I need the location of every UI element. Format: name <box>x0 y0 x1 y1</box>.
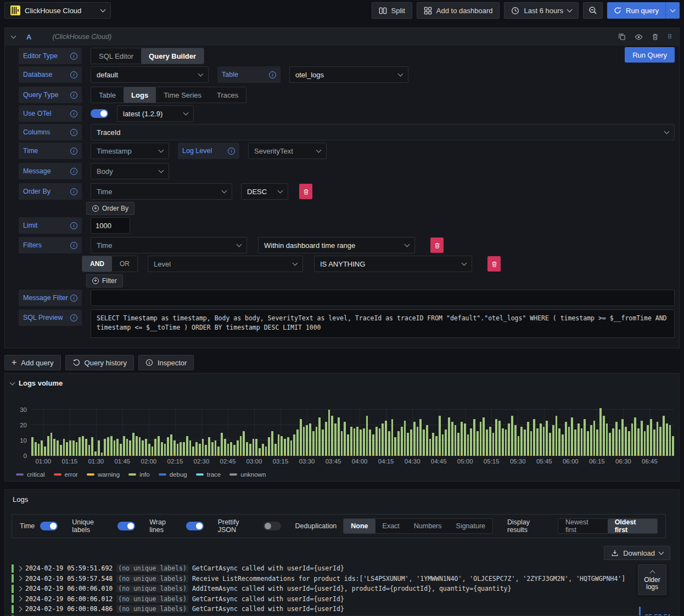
chart-bar[interactable] <box>562 434 564 456</box>
chart-bar[interactable] <box>262 444 264 456</box>
expand-log-chevron-icon[interactable] <box>17 566 23 571</box>
chart-bar[interactable] <box>211 442 214 456</box>
chart-bar[interactable] <box>625 427 627 456</box>
chart-bar[interactable] <box>161 442 163 456</box>
option-oldest-first[interactable]: Oldest first <box>608 519 657 533</box>
chart-bar[interactable] <box>388 431 390 456</box>
chart-bar[interactable] <box>145 439 147 456</box>
option-table[interactable]: Table <box>91 87 124 103</box>
chart-bar[interactable] <box>47 436 49 456</box>
chart-bar[interactable] <box>473 419 475 456</box>
chart-bar[interactable] <box>85 439 87 456</box>
chart-bar[interactable] <box>631 423 633 456</box>
chart-bar[interactable] <box>603 416 605 456</box>
chart-bar[interactable] <box>644 431 646 456</box>
chart-bar[interactable] <box>180 442 182 456</box>
chart-bar[interactable] <box>379 428 381 456</box>
chart-bar[interactable] <box>596 429 598 456</box>
chart-bar[interactable] <box>536 428 539 456</box>
zoom-out-button[interactable] <box>583 2 603 19</box>
chart-bar[interactable] <box>341 431 343 456</box>
chart-bar[interactable] <box>435 436 438 456</box>
chart-bar[interactable] <box>495 419 497 456</box>
run-query-main[interactable]: Run query <box>607 2 665 19</box>
chart-bar[interactable] <box>659 427 661 456</box>
chart-bar[interactable] <box>530 431 532 456</box>
chart-bar[interactable] <box>546 421 548 456</box>
chart-bar[interactable] <box>581 428 583 456</box>
chart-bar[interactable] <box>410 429 412 456</box>
chart-bar[interactable] <box>309 423 311 456</box>
chart-bar[interactable] <box>363 428 365 456</box>
run-query-panel-button[interactable]: Run Query <box>625 47 675 63</box>
filter-sub-operator-select[interactable]: IS ANYTHING <box>314 256 472 272</box>
chart-bar[interactable] <box>489 427 491 456</box>
prettify-json-toggle[interactable] <box>263 522 281 530</box>
query-history-button[interactable]: Query history <box>65 355 134 370</box>
chart-bar[interactable] <box>514 425 517 456</box>
chart-bar[interactable] <box>578 423 580 456</box>
chart-bar[interactable] <box>253 439 255 456</box>
chart-bar[interactable] <box>621 419 624 456</box>
chart-bar[interactable] <box>114 440 116 456</box>
chart-bar[interactable] <box>520 427 523 456</box>
chart-bar[interactable] <box>129 440 131 456</box>
chart-bar[interactable] <box>527 422 529 456</box>
chart-bar[interactable] <box>246 442 248 456</box>
chart-bar[interactable] <box>268 437 270 456</box>
chart-bar[interactable] <box>164 444 166 456</box>
chart-bar[interactable] <box>461 422 463 456</box>
chart-bar[interactable] <box>94 451 97 456</box>
chart-bar[interactable] <box>426 425 428 456</box>
chart-bar[interactable] <box>322 429 324 456</box>
table-select[interactable]: otel_logs <box>289 66 408 83</box>
chart-bar[interactable] <box>284 439 286 456</box>
chart-bar[interactable] <box>300 419 302 456</box>
chart-bar[interactable] <box>442 434 444 456</box>
chart-bar[interactable] <box>60 445 62 456</box>
chart-bar[interactable] <box>486 429 488 456</box>
info-icon[interactable]: i <box>70 188 77 195</box>
chart-bar[interactable] <box>565 422 567 456</box>
chart-bar[interactable] <box>132 433 134 456</box>
chart-bar[interactable] <box>63 439 65 456</box>
chart-bar[interactable] <box>533 419 535 456</box>
chart-bar[interactable] <box>666 423 668 456</box>
chart-bar[interactable] <box>120 444 122 456</box>
logs-volume-chart[interactable]: 0102030 01:0001:1501:3001:4502:0002:1502… <box>31 408 674 456</box>
chart-bar[interactable] <box>423 429 425 456</box>
chart-bar[interactable] <box>334 423 337 456</box>
info-icon[interactable]: i <box>228 148 235 155</box>
chart-bar[interactable] <box>498 421 501 456</box>
chart-bar[interactable] <box>331 416 333 456</box>
filter-operator-select[interactable]: Within dashboard time range <box>258 237 415 253</box>
chart-bar[interactable] <box>195 442 198 456</box>
option-numbers[interactable]: Numbers <box>407 519 449 533</box>
wrap-lines-toggle[interactable] <box>186 522 204 530</box>
chart-bar[interactable] <box>177 444 179 456</box>
chart-bar[interactable] <box>350 427 352 456</box>
option-and[interactable]: AND <box>82 256 112 272</box>
chart-bar[interactable] <box>154 439 156 456</box>
remove-filter-button[interactable] <box>430 238 444 253</box>
chart-bar[interactable] <box>571 417 573 456</box>
option-traces[interactable]: Traces <box>209 87 246 103</box>
option-sql-editor[interactable]: SQL Editor <box>91 48 141 64</box>
time-toggle[interactable] <box>40 522 58 530</box>
chart-bar[interactable] <box>136 436 138 456</box>
delete-query-trash-icon[interactable] <box>652 33 659 41</box>
chart-bar[interactable] <box>41 440 43 456</box>
chart-bar[interactable] <box>98 440 100 456</box>
chart-bar[interactable] <box>255 439 257 456</box>
chart-bar[interactable] <box>148 444 150 456</box>
chart-bar[interactable] <box>467 434 469 456</box>
expand-log-chevron-icon[interactable] <box>17 606 23 612</box>
chart-bar[interactable] <box>278 434 280 456</box>
hide-query-eye-icon[interactable] <box>635 33 643 41</box>
chart-bar[interactable] <box>606 423 608 456</box>
chart-bar[interactable] <box>230 442 232 456</box>
chart-bar[interactable] <box>448 417 450 456</box>
option-signature[interactable]: Signature <box>449 519 493 533</box>
chart-bar[interactable] <box>53 439 55 456</box>
chart-bar[interactable] <box>464 423 466 456</box>
